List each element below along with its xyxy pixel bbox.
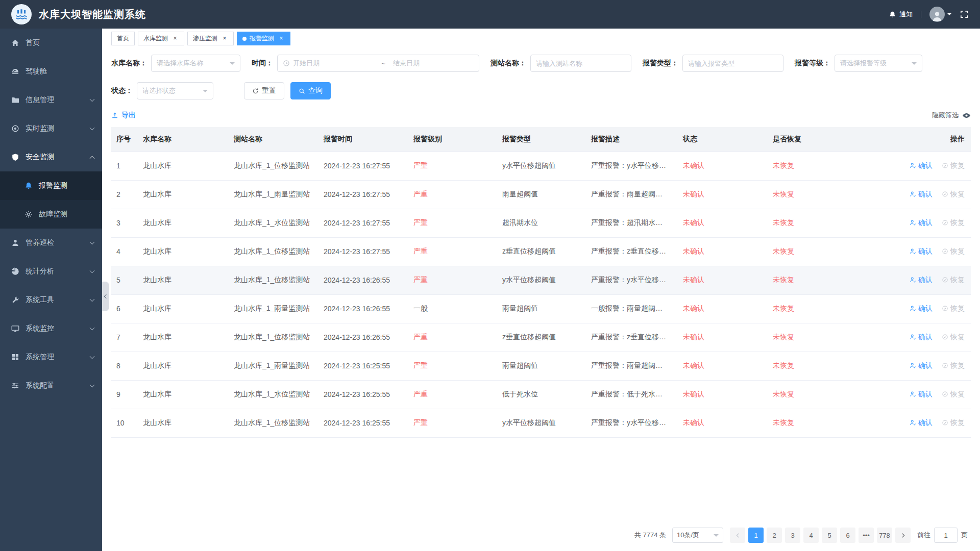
- recover-button[interactable]: 恢复: [942, 218, 965, 228]
- cell-status: 未确认: [678, 352, 768, 380]
- close-icon[interactable]: [172, 35, 179, 42]
- next-page-button[interactable]: [895, 528, 911, 543]
- eye-icon: [962, 111, 971, 120]
- sidebar-item-inspection[interactable]: 管养巡检: [0, 229, 102, 257]
- end-date-input[interactable]: 结束日期: [393, 59, 474, 68]
- confirm-button[interactable]: 确认: [910, 418, 933, 428]
- sidebar-item-safety-monitor[interactable]: 安全监测: [0, 143, 102, 171]
- user-menu[interactable]: [929, 7, 951, 22]
- tab-seepage-monitor[interactable]: 渗压监测: [187, 32, 234, 45]
- cell-type: z垂直位移超阈值: [497, 323, 586, 352]
- sidebar-item-realtime-monitor[interactable]: 实时监测: [0, 114, 102, 143]
- cell-type: y水平位移超阈值: [497, 152, 586, 180]
- alarm-type-input[interactable]: [682, 55, 783, 72]
- sidebar-item-fault-monitor[interactable]: 故障监测: [0, 200, 102, 229]
- chevron-down-icon: [90, 268, 95, 273]
- pagination: 共 7774 条 10条/页 123456 ••• 778 前往 页: [634, 528, 968, 543]
- sidebar-collapse-handle[interactable]: [102, 282, 109, 311]
- confirm-button[interactable]: 确认: [910, 304, 933, 313]
- page-button[interactable]: 6: [840, 528, 855, 543]
- close-icon[interactable]: [221, 35, 228, 42]
- start-date-input[interactable]: 开始日期: [293, 59, 374, 68]
- circle-check-icon: [942, 362, 948, 369]
- close-icon[interactable]: [278, 35, 285, 42]
- cell-ops: 确认 恢复: [895, 294, 971, 323]
- user-check-icon: [910, 419, 916, 426]
- table-row: 10 龙山水库 龙山水库_1_位移监测站 2024-12-23 16:25:55…: [111, 409, 971, 437]
- tab-home[interactable]: 首页: [111, 32, 135, 45]
- alarm-level-select[interactable]: 请选择报警等级: [835, 55, 922, 72]
- cell-station: 龙山水库_1_雨量监测站: [229, 180, 318, 209]
- sidebar-item-system-config[interactable]: 系统配置: [0, 371, 102, 400]
- user-check-icon: [910, 248, 916, 255]
- cell-ops: 确认 恢复: [895, 237, 971, 266]
- page-size-select[interactable]: 10条/页: [672, 528, 723, 543]
- recover-button[interactable]: 恢复: [942, 247, 965, 256]
- status-select[interactable]: 请选择状态: [137, 82, 213, 99]
- export-button[interactable]: 导出: [111, 111, 136, 120]
- cell-recovered: 未恢复: [768, 380, 895, 409]
- cell-time: 2024-12-23 16:25:55: [318, 352, 408, 380]
- chevron-down-icon: [90, 240, 95, 245]
- page-button[interactable]: 4: [803, 528, 819, 543]
- recover-button[interactable]: 恢复: [942, 304, 965, 313]
- sidebar-item-home[interactable]: 首页: [0, 29, 102, 57]
- fullscreen-icon[interactable]: [960, 10, 969, 19]
- confirm-button[interactable]: 确认: [910, 218, 933, 228]
- confirm-button[interactable]: 确认: [910, 161, 933, 170]
- confirm-button[interactable]: 确认: [910, 247, 933, 256]
- page-button[interactable]: 5: [822, 528, 837, 543]
- goto-page-input[interactable]: [934, 528, 958, 543]
- recover-button[interactable]: 恢复: [942, 276, 965, 285]
- cell-desc: 严重报警：低于死水…: [586, 380, 678, 409]
- cell-time: 2024-12-23 16:26:55: [318, 323, 408, 352]
- reservoir-select[interactable]: 请选择水库名称: [151, 55, 240, 72]
- recover-button[interactable]: 恢复: [942, 390, 965, 399]
- home-icon: [11, 39, 19, 47]
- recover-button[interactable]: 恢复: [942, 361, 965, 370]
- query-button[interactable]: 查询: [290, 82, 331, 99]
- notification-button[interactable]: 通知: [889, 10, 913, 19]
- page-button[interactable]: 2: [767, 528, 782, 543]
- cell-status: 未确认: [678, 237, 768, 266]
- recover-button[interactable]: 恢复: [942, 333, 965, 342]
- confirm-button[interactable]: 确认: [910, 276, 933, 285]
- date-range-picker[interactable]: 开始日期 ~ 结束日期: [277, 55, 479, 72]
- tab-alarm-monitor[interactable]: 报警监测: [237, 32, 290, 45]
- reset-button[interactable]: 重置: [244, 82, 284, 99]
- sidebar-item-alarm-monitor[interactable]: 报警监测: [0, 171, 102, 200]
- hide-filter-button[interactable]: 隐藏筛选: [932, 111, 971, 120]
- recover-button[interactable]: 恢复: [942, 418, 965, 428]
- col-ops: 操作: [895, 127, 971, 152]
- confirm-button[interactable]: 确认: [910, 333, 933, 342]
- more-pages[interactable]: •••: [859, 528, 874, 543]
- page-button[interactable]: 1: [748, 528, 764, 543]
- cell-recovered: 未恢复: [768, 209, 895, 237]
- cell-status: 未确认: [678, 152, 768, 180]
- chevron-down-icon: [714, 534, 719, 539]
- cell-level: 严重: [408, 209, 497, 237]
- recover-button[interactable]: 恢复: [942, 190, 965, 199]
- confirm-button[interactable]: 确认: [910, 390, 933, 399]
- tab-reservoir-monitor[interactable]: 水库监测: [138, 32, 184, 45]
- avatar: [929, 7, 945, 22]
- recover-button[interactable]: 恢复: [942, 161, 965, 170]
- confirm-button[interactable]: 确认: [910, 190, 933, 199]
- sidebar-item-system-monitor[interactable]: 系统监控: [0, 314, 102, 343]
- page-button[interactable]: 3: [785, 528, 800, 543]
- sidebar-item-statistics[interactable]: 统计分析: [0, 257, 102, 286]
- sidebar-item-info-management[interactable]: 信息管理: [0, 86, 102, 114]
- cell-status: 未确认: [678, 266, 768, 294]
- circle-check-icon: [942, 162, 948, 169]
- sidebar-item-system-tools[interactable]: 系统工具: [0, 286, 102, 314]
- cell-ops: 确认 恢复: [895, 180, 971, 209]
- page-button-last[interactable]: 778: [877, 528, 892, 543]
- station-input[interactable]: [530, 55, 631, 72]
- sidebar-item-cockpit[interactable]: 驾驶舱: [0, 57, 102, 86]
- confirm-button[interactable]: 确认: [910, 361, 933, 370]
- table-row: 3 龙山水库 龙山水库_1_水位监测站 2024-12-23 16:27:55 …: [111, 209, 971, 237]
- prev-page-button[interactable]: [730, 528, 745, 543]
- chevron-down-icon: [90, 97, 95, 102]
- cell-recovered: 未恢复: [768, 266, 895, 294]
- sidebar-item-system-management[interactable]: 系统管理: [0, 343, 102, 371]
